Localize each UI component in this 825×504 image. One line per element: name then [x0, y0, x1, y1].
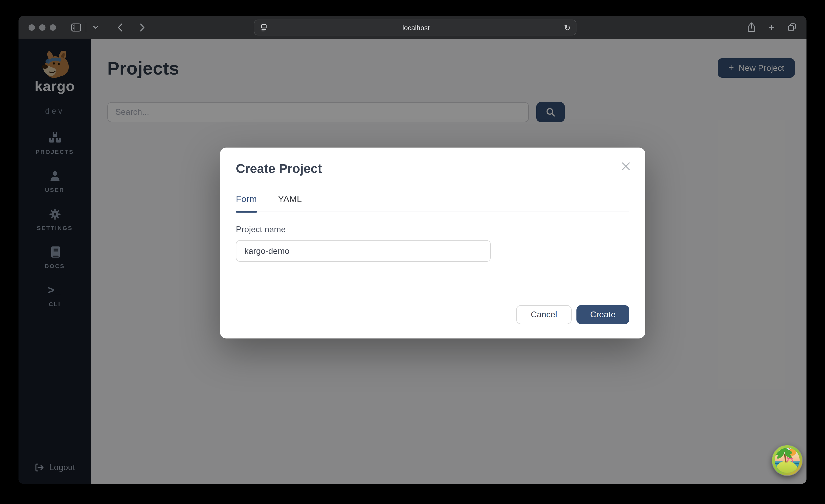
modal-tabs: Form YAML	[236, 194, 629, 212]
browser-window: localhost ↻ +	[18, 16, 807, 484]
chevron-down-icon[interactable]	[88, 20, 103, 34]
history-nav	[112, 20, 150, 34]
cancel-button[interactable]: Cancel	[516, 305, 572, 324]
create-project-modal: Create Project Form YAML Project name Ca…	[220, 148, 645, 339]
project-name-label: Project name	[236, 225, 629, 234]
share-icon[interactable]	[744, 20, 759, 34]
island-avatar[interactable]	[771, 445, 803, 476]
url-text[interactable]: localhost	[268, 23, 564, 31]
sidebar-toggle-icon[interactable]	[69, 20, 84, 34]
toolbar-right: +	[744, 20, 799, 34]
project-name-input[interactable]	[236, 240, 491, 262]
toolbar-left	[69, 20, 103, 34]
new-tab-icon[interactable]: +	[764, 20, 779, 34]
screen: localhost ↻ +	[0, 0, 825, 504]
tab-form[interactable]: Form	[236, 194, 257, 212]
reader-icon[interactable]	[260, 23, 268, 32]
address-bar[interactable]: localhost ↻	[254, 19, 577, 35]
forward-icon[interactable]	[135, 20, 150, 34]
browser-titlebar: localhost ↻ +	[18, 16, 807, 39]
refresh-icon[interactable]: ↻	[564, 23, 571, 31]
back-icon[interactable]	[112, 20, 128, 34]
zoom-window-button[interactable]	[50, 24, 56, 30]
close-icon[interactable]	[620, 160, 631, 172]
modal-footer: Cancel Create	[516, 305, 629, 324]
toolbar-divider	[86, 23, 86, 31]
tab-yaml[interactable]: YAML	[278, 194, 302, 212]
create-button[interactable]: Create	[577, 305, 629, 324]
modal-title: Create Project	[236, 161, 629, 176]
minimize-window-button[interactable]	[39, 24, 46, 30]
window-controls	[28, 24, 56, 30]
app-viewport: kargo dev	[18, 39, 807, 484]
close-window-button[interactable]	[28, 24, 35, 30]
tab-overview-icon[interactable]	[784, 20, 799, 34]
